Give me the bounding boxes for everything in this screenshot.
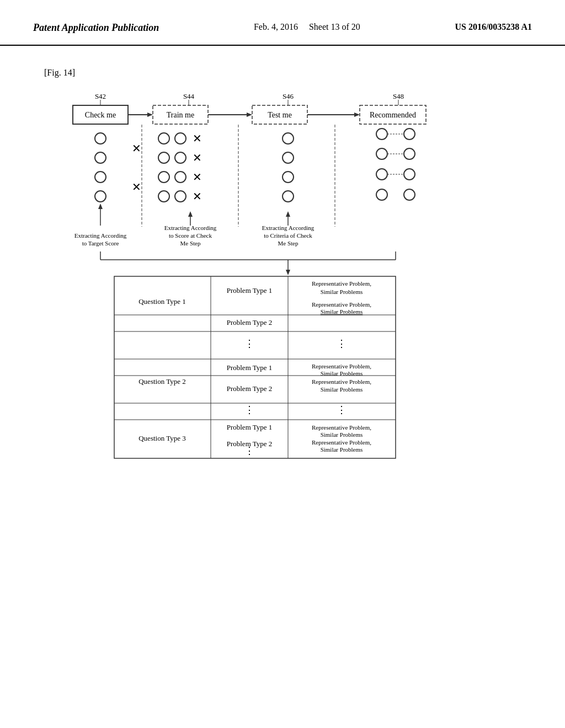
recommended-label: Recommended — [370, 111, 416, 119]
down-arrow-to-table — [286, 270, 290, 275]
circle-rec4 — [404, 148, 415, 159]
arrow-1 — [147, 113, 153, 117]
train-me-label: Train me — [167, 111, 194, 119]
patent-number: US 2016/0035238 A1 — [455, 22, 532, 32]
extract-label-1-line2: to Target Score — [82, 240, 119, 247]
arrow-3 — [354, 113, 360, 117]
circle-t6 — [175, 172, 186, 183]
up-arrow-2 — [188, 211, 193, 217]
circle-test2 — [282, 152, 294, 163]
circle-rec2 — [404, 129, 415, 140]
page-header: Patent Application Publication Feb. 4, 2… — [0, 0, 565, 46]
circle-t5 — [158, 172, 169, 183]
rp4-line1: Representative Problem, — [312, 378, 371, 385]
extract-label-3-line2: to Criteria of Check — [264, 232, 312, 239]
step-label-s44: S44 — [183, 92, 195, 100]
rp2-line2: Similar Problems — [321, 308, 363, 315]
extract-label-2-line2: to Score at Check — [169, 232, 212, 239]
qt1-label: Question Type 1 — [138, 297, 186, 306]
pt3-dots: ⋮ — [244, 445, 254, 456]
pt2-1-label: Problem Type 1 — [227, 363, 273, 372]
rp2-dots: ⋮ — [337, 404, 347, 415]
rp1-line2: Similar Problems — [321, 288, 363, 295]
circle-test4 — [282, 191, 294, 202]
circle-c1-3 — [95, 172, 106, 183]
fig-label: [Fig. 14] — [44, 68, 521, 78]
rp4-line2: Similar Problems — [321, 386, 363, 393]
qt3-label: Question Type 3 — [138, 434, 186, 442]
circle-c1-4 — [95, 191, 106, 202]
cross-t4: ✕ — [193, 190, 202, 202]
arrow-2 — [247, 113, 252, 117]
rp6-line2: Similar Problems — [321, 446, 363, 453]
rp1-line1: Representative Problem, — [312, 280, 371, 287]
rp6-line1: Representative Problem, — [312, 439, 371, 446]
circle-rec1 — [376, 129, 387, 140]
sheet-info: Sheet 13 of 20 — [309, 22, 360, 31]
check-me-label: Check me — [85, 111, 116, 119]
rp2-line1: Representative Problem, — [312, 301, 371, 308]
circle-rec7 — [376, 189, 387, 200]
extract-label-3-line3: Me Step — [278, 240, 299, 247]
circle-test3 — [282, 172, 294, 183]
circle-t8 — [175, 191, 186, 202]
header-center: Feb. 4, 2016 Sheet 13 of 20 — [254, 22, 360, 32]
test-me-label: Test me — [268, 111, 292, 119]
circle-t2 — [175, 133, 186, 144]
step-label-s48: S48 — [393, 92, 404, 100]
circle-rec3 — [376, 148, 387, 159]
step-label-s42: S42 — [95, 92, 106, 100]
cross-t2: ✕ — [193, 152, 202, 164]
up-arrow-1 — [98, 204, 103, 209]
step-label-s46: S46 — [282, 92, 294, 100]
rp3-line2: Similar Problems — [321, 370, 363, 377]
pt1-2-label: Problem Type 2 — [227, 318, 273, 326]
up-arrow-3 — [286, 211, 290, 217]
flow-diagram: S42 S44 S46 S48 Check me Train me Test m… — [56, 89, 509, 464]
circle-t4 — [175, 152, 186, 163]
cross-t1: ✕ — [193, 132, 202, 144]
circle-rec8 — [404, 189, 415, 200]
rp1-dots: ⋮ — [337, 338, 347, 349]
pt2-dots: ⋮ — [244, 404, 254, 415]
circle-t3 — [158, 152, 169, 163]
pt1-1-label: Problem Type 1 — [227, 286, 273, 295]
pt1-dots: ⋮ — [244, 338, 254, 349]
page-content: [Fig. 14] S42 S44 S46 S48 Check me Train… — [0, 46, 565, 486]
circle-c1-1 — [95, 133, 106, 144]
pt2-2-label: Problem Type 2 — [227, 384, 273, 393]
cross-c1-2: ✕ — [132, 181, 141, 193]
pt3-1-label: Problem Type 1 — [227, 423, 273, 431]
rp5-line2: Similar Problems — [321, 431, 363, 438]
circle-t1 — [158, 133, 169, 144]
extract-label-2-line3: Me Step — [180, 240, 201, 247]
rp3-line1: Representative Problem, — [312, 363, 371, 370]
cross-t3: ✕ — [193, 171, 202, 183]
circle-test1 — [282, 133, 294, 144]
circle-c1-2 — [95, 152, 106, 163]
qt2-label: Question Type 2 — [138, 377, 186, 386]
patent-title: Patent Application Publication — [33, 22, 159, 34]
cross-c1-1: ✕ — [132, 142, 141, 154]
circle-rec6 — [404, 169, 415, 180]
circle-rec5 — [376, 169, 387, 180]
extract-label-1-line1: Extracting According — [74, 232, 127, 239]
pub-date: Feb. 4, 2016 — [254, 22, 298, 31]
rp5-line1: Representative Problem, — [312, 424, 371, 431]
circle-t7 — [158, 191, 169, 202]
